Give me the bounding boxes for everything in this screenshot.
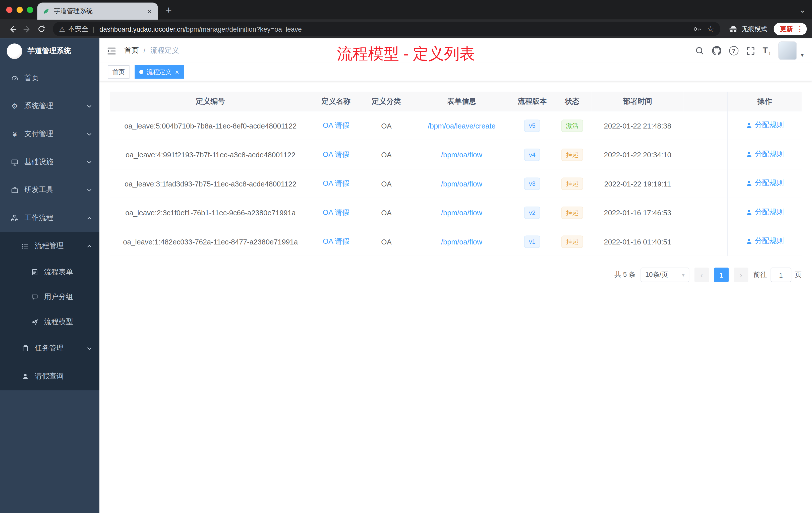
goto-unit: 页 xyxy=(795,270,802,280)
tag-process-definition[interactable]: 流程定义 × xyxy=(135,65,183,79)
tag-close-icon[interactable]: × xyxy=(175,68,179,75)
avatar-caret-icon[interactable]: ▾ xyxy=(801,52,804,58)
version-badge: v3 xyxy=(524,177,540,190)
password-key-icon[interactable] xyxy=(693,25,701,33)
pagination: 共 5 条 10条/页 ▾ ‹ 1 › 前往 页 xyxy=(110,268,802,282)
close-window-button[interactable] xyxy=(6,7,12,13)
address-bar[interactable]: ⚠ 不安全 | dashboard.yudao.iocoder.cn /bpm/… xyxy=(53,22,720,36)
not-secure-warning-icon: ⚠ xyxy=(59,25,65,33)
assign-rule-button[interactable]: 分配规则 xyxy=(746,150,784,159)
sidebar-item-devtools[interactable]: 研发工具 xyxy=(0,176,99,204)
version-badge: v1 xyxy=(524,235,540,248)
sidebar-item-user-group[interactable]: 用户分组 xyxy=(0,284,99,309)
sidebar-item-process-model[interactable]: 流程模型 xyxy=(0,309,99,334)
new-tab-button[interactable]: + xyxy=(166,0,172,20)
definition-name-link[interactable]: OA 请假 xyxy=(323,179,349,187)
cell-definition-id: oa_leave:4:991f2193-7b7f-11ec-a3c8-acde4… xyxy=(110,140,311,169)
sidebar: 芋道管理系统 首页 ⚙ 系统管理 ¥ 支付管理 xyxy=(0,38,99,513)
favicon-leaf-icon xyxy=(42,7,50,15)
cell-deploy-time: 2022-01-16 17:46:53 xyxy=(591,198,684,227)
definition-name-link[interactable]: OA 请假 xyxy=(323,237,349,245)
assign-rule-button[interactable]: 分配规则 xyxy=(746,121,784,130)
chat-bubble-icon xyxy=(30,293,39,301)
tab-search-icon[interactable]: ⌄ xyxy=(799,0,806,20)
page-number-button[interactable]: 1 xyxy=(714,268,729,282)
help-icon[interactable]: ? xyxy=(729,46,738,56)
table-header-row: 定义编号 定义名称 定义分类 表单信息 流程版本 状态 部署时间 操作 xyxy=(110,92,802,111)
breadcrumb-home[interactable]: 首页 xyxy=(124,46,139,56)
goto-page: 前往 页 xyxy=(754,268,802,282)
col-version: 流程版本 xyxy=(512,92,553,111)
navbar-tools: ? T↕ ▾ xyxy=(695,41,804,60)
goto-page-input[interactable] xyxy=(771,268,791,282)
back-button[interactable] xyxy=(5,22,20,36)
gear-icon: ⚙ xyxy=(10,102,19,110)
font-size-icon[interactable]: T↕ xyxy=(762,46,771,56)
forward-button[interactable] xyxy=(20,22,34,36)
form-link[interactable]: /bpm/oa/flow xyxy=(441,208,482,217)
tab-title: 芋道管理系统 xyxy=(54,7,146,16)
security-label[interactable]: 不安全 xyxy=(68,24,88,34)
form-link[interactable]: /bpm/oa/flow xyxy=(441,150,482,159)
browser-tab[interactable]: 芋道管理系统 × xyxy=(37,2,158,20)
incognito-badge: 无痕模式 xyxy=(729,25,767,33)
incognito-icon xyxy=(729,25,738,33)
reload-button[interactable] xyxy=(34,22,49,36)
prev-page-button[interactable]: ‹ xyxy=(695,268,709,282)
sidebar-item-label: 任务管理 xyxy=(35,344,64,353)
sidebar-item-label: 支付管理 xyxy=(24,129,54,139)
sidebar-item-system[interactable]: ⚙ 系统管理 xyxy=(0,92,99,120)
app-root: 芋道管理系统 首页 ⚙ 系统管理 ¥ 支付管理 xyxy=(0,38,812,513)
sidebar-item-process-form[interactable]: 流程表单 xyxy=(0,260,99,284)
cell-category: OA xyxy=(361,111,412,140)
definition-name-link[interactable]: OA 请假 xyxy=(323,150,349,158)
status-badge: 挂起 xyxy=(561,148,583,161)
sidebar-item-workflow[interactable]: 工作流程 xyxy=(0,204,99,232)
chevron-down-icon xyxy=(86,131,92,137)
next-page-button[interactable]: › xyxy=(734,268,749,282)
search-icon[interactable] xyxy=(695,46,704,56)
github-icon[interactable] xyxy=(712,46,721,56)
table-row: oa_leave:5:004b710b-7b8a-11ec-8ef0-acde4… xyxy=(110,111,802,140)
list-icon xyxy=(21,242,30,250)
cell-category: OA xyxy=(361,169,412,198)
chevron-down-icon xyxy=(86,103,92,109)
window-controls xyxy=(6,7,33,13)
user-avatar[interactable] xyxy=(779,41,797,60)
document-icon xyxy=(30,269,39,276)
assign-rule-button[interactable]: 分配规则 xyxy=(746,237,784,246)
logo-avatar xyxy=(7,43,22,59)
chrome-update-button[interactable]: 更新 ⋮ xyxy=(774,23,807,35)
form-link[interactable]: /bpm/oa/leave/create xyxy=(428,121,496,130)
cell-definition-id: oa_leave:2:3c1f0ef1-76b1-11ec-9c66-a2380… xyxy=(110,198,311,227)
page-size-select[interactable]: 10条/页 ▾ xyxy=(640,268,689,282)
col-category: 定义分类 xyxy=(361,92,412,111)
sidebar-item-payment[interactable]: ¥ 支付管理 xyxy=(0,120,99,148)
browser-menu-icon[interactable]: ⋮ xyxy=(796,24,804,34)
cell-filler xyxy=(684,111,727,140)
status-badge: 挂起 xyxy=(561,235,583,248)
sidebar-item-home[interactable]: 首页 xyxy=(0,64,99,92)
bookmark-star-icon[interactable]: ☆ xyxy=(707,24,714,34)
hamburger-icon[interactable] xyxy=(107,46,116,56)
form-link[interactable]: /bpm/oa/flow xyxy=(441,179,482,188)
sidebar-item-task-management[interactable]: 任务管理 xyxy=(0,334,99,362)
assign-rule-button[interactable]: 分配规则 xyxy=(746,179,784,188)
sidebar-item-process-management[interactable]: 流程管理 xyxy=(0,232,99,260)
definition-name-link[interactable]: OA 请假 xyxy=(323,121,349,129)
update-label: 更新 xyxy=(780,25,793,33)
sidebar-item-infrastructure[interactable]: 基础设施 xyxy=(0,148,99,176)
dashboard-icon xyxy=(10,74,19,82)
chevron-up-icon xyxy=(86,243,92,249)
assign-rule-button[interactable]: 分配规则 xyxy=(746,208,784,217)
sidebar-item-leave-query[interactable]: 请假查询 xyxy=(0,362,99,390)
fullscreen-icon[interactable] xyxy=(746,47,755,55)
definition-name-link[interactable]: OA 请假 xyxy=(323,208,349,216)
sidebar-logo[interactable]: 芋道管理系统 xyxy=(0,38,99,64)
cell-category: OA xyxy=(361,227,412,256)
minimize-window-button[interactable] xyxy=(17,7,23,13)
maximize-window-button[interactable] xyxy=(27,7,33,13)
tab-close-icon[interactable]: × xyxy=(146,7,153,15)
tag-home[interactable]: 首页 xyxy=(108,65,129,79)
form-link[interactable]: /bpm/oa/flow xyxy=(441,237,482,246)
